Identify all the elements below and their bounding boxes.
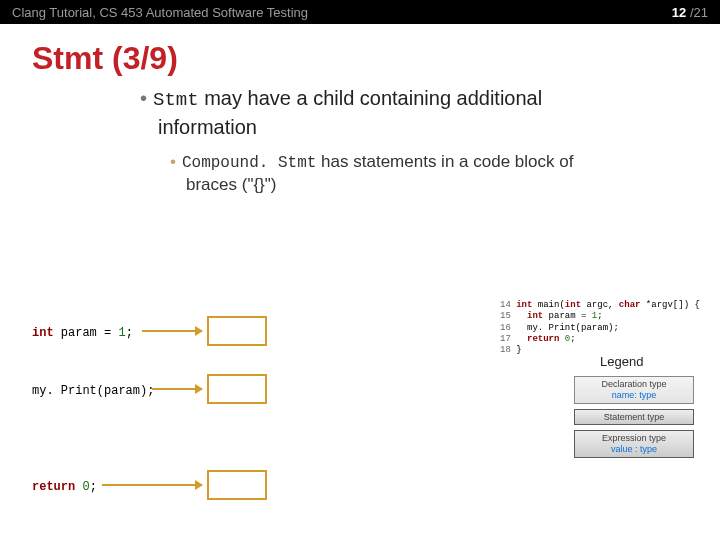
t: ;	[570, 334, 575, 344]
diagram-box-1	[207, 316, 267, 346]
diagram-box-2	[207, 374, 267, 404]
kw: int	[511, 311, 543, 321]
bullet-level-1: •Stmt may have a child containing additi…	[140, 85, 720, 141]
header-page: 12 /21	[672, 5, 708, 20]
t: }	[511, 345, 522, 355]
num: 1	[118, 326, 125, 340]
bullet-dot-icon: •	[170, 152, 176, 171]
bullet1-cont: information	[158, 114, 720, 141]
txt: param =	[54, 326, 119, 340]
t: my. Print(param);	[511, 323, 619, 333]
page-total: 21	[694, 5, 708, 20]
ln: 15	[500, 311, 511, 321]
slide-header: Clang Tutorial, CS 453 Automated Softwar…	[0, 0, 720, 24]
kw: return	[511, 334, 560, 344]
legend-title: Legend	[600, 354, 643, 369]
txt: ;	[126, 326, 133, 340]
kw: int	[511, 300, 533, 310]
code-snippet-2: my. Print(param);	[32, 384, 154, 398]
t: param =	[543, 311, 592, 321]
legend-line1: Statement type	[578, 412, 690, 423]
page-current: 12	[672, 5, 686, 20]
bullet1-mono: Stmt	[153, 89, 199, 111]
bullet2-mono: Compound. Stmt	[182, 154, 316, 172]
bullet-level-2: •Compound. Stmt has statements in a code…	[170, 151, 720, 198]
bullet2-text: has statements in a code block of	[316, 152, 573, 171]
legend-expression: Expression type value : type	[574, 430, 694, 458]
arrow-icon	[152, 388, 202, 390]
legend-line2: name: type	[578, 390, 690, 401]
txt: ;	[90, 480, 97, 494]
bullet2-cont: braces ("{}")	[186, 174, 720, 197]
ln: 17	[500, 334, 511, 344]
legend-declaration: Declaration type name: type	[574, 376, 694, 404]
ln: 18	[500, 345, 511, 355]
kw: return	[32, 480, 75, 494]
page-sep: /	[686, 5, 693, 20]
t: *argv[]) {	[640, 300, 699, 310]
slide-title: Stmt (3/9)	[32, 40, 720, 77]
ln: 16	[500, 323, 511, 333]
kw: char	[619, 300, 641, 310]
kw: int	[565, 300, 581, 310]
legend-line1: Declaration type	[578, 379, 690, 390]
arrow-icon	[142, 330, 202, 332]
kw: int	[32, 326, 54, 340]
legend-line1: Expression type	[578, 433, 690, 444]
legend: Declaration type name: type Statement ty…	[574, 376, 704, 463]
header-course: Clang Tutorial, CS 453 Automated Softwar…	[12, 5, 308, 20]
t: ;	[597, 311, 602, 321]
bullet1-text: may have a child containing additional	[199, 87, 543, 109]
legend-statement: Statement type	[574, 409, 694, 426]
num: 0	[82, 480, 89, 494]
code-snippet-3: return 0;	[32, 480, 97, 494]
bullet-dot-icon: •	[140, 87, 147, 109]
legend-line2: value : type	[578, 444, 690, 455]
code-snippet-1: int param = 1;	[32, 326, 133, 340]
diagram-box-3	[207, 470, 267, 500]
t: main(	[532, 300, 564, 310]
arrow-icon	[102, 484, 202, 486]
ln: 14	[500, 300, 511, 310]
t: argc,	[581, 300, 619, 310]
source-code-block: 14 int main(int argc, char *argv[]) { 15…	[500, 300, 700, 356]
